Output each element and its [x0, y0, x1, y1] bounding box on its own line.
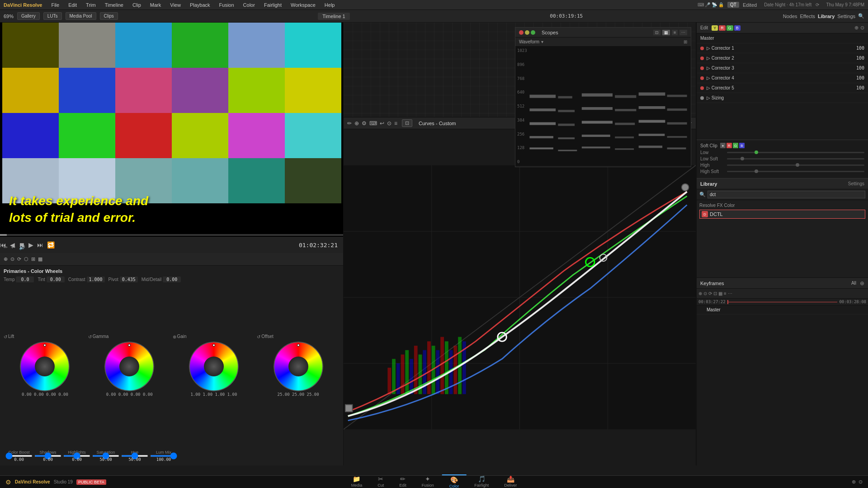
library-btn[interactable]: Library [818, 14, 835, 19]
sc-high-slider[interactable] [727, 164, 864, 166]
menu-mark[interactable]: Mark [148, 1, 163, 9]
menu-color[interactable]: Color [241, 1, 257, 9]
kf-icon-5[interactable]: ▦ [718, 291, 722, 296]
kf-icon-6[interactable]: ≡ [724, 291, 726, 296]
menu-help[interactable]: Help [323, 1, 337, 9]
menu-edit[interactable]: Edit [66, 1, 79, 9]
scope-btn-3[interactable]: ≡ [672, 30, 678, 35]
gallery-btn[interactable]: Gallery [17, 12, 40, 20]
sc-indicator[interactable]: ● [720, 143, 726, 148]
bottom-right-icon1[interactable]: ⊕ [852, 479, 856, 485]
kf-icon-1[interactable]: ⊕ [698, 291, 702, 296]
reset-icon-gamma[interactable]: ↺ [88, 334, 92, 339]
kf-all-btn[interactable]: All [851, 281, 856, 286]
kf-icon-3[interactable]: ⟳ [708, 291, 712, 296]
settings-tab[interactable]: Settings [848, 181, 864, 186]
grade-icon-4[interactable]: ⬡ [24, 256, 28, 262]
fx-item-dctl[interactable]: D DCTL [699, 210, 865, 219]
pencil-icon[interactable]: ✏ [4, 244, 8, 250]
nav-edit[interactable]: ✏ Edit [392, 474, 414, 488]
scope-min-btn[interactable] [525, 30, 529, 35]
menu-workspace[interactable]: Workspace [289, 1, 317, 9]
undo-icon[interactable]: ↩ [11, 244, 15, 250]
menu-view[interactable]: View [168, 1, 183, 9]
scope-close-btn[interactable] [519, 30, 524, 35]
sc-red-btn[interactable]: R [726, 143, 732, 148]
kf-icon-4[interactable]: ⊡ [713, 291, 717, 296]
menu-file[interactable]: File [49, 1, 61, 9]
highlights-slider[interactable] [63, 455, 90, 457]
grade-icon-5[interactable]: ⊞ [31, 256, 35, 262]
saturation-slider[interactable] [92, 455, 119, 457]
grade-icon-3[interactable]: ⟳ [17, 256, 21, 262]
skip-forward-btn[interactable]: ⏭ [37, 241, 43, 249]
nav-fusion[interactable]: ✦ Fusion [415, 474, 441, 488]
hue-slider[interactable] [121, 455, 148, 457]
sc-highsoft-slider[interactable] [727, 171, 864, 172]
btn-b[interactable]: B [734, 25, 741, 31]
kf-icon-7[interactable]: ⋯ [728, 291, 732, 296]
audio-icon[interactable]: 🔊 [19, 244, 25, 250]
settings-btn[interactable]: Settings [837, 14, 855, 19]
sc-green-btn[interactable]: G [733, 143, 738, 148]
gain-expand-icon[interactable]: ⊕ [173, 334, 176, 339]
menu-fairlight[interactable]: Fairlight [262, 1, 283, 9]
grade-icon-2[interactable]: ⊙ [10, 256, 14, 262]
gain-wheel[interactable]: 1.00 1.00 1.00 1.00 [173, 342, 255, 397]
curves-canvas[interactable] [344, 129, 696, 465]
waveform-dropdown-icon[interactable]: ▾ [541, 39, 543, 44]
scope-more-btn[interactable]: ⋯ [679, 30, 687, 35]
media-pool-btn[interactable]: Media Pool [66, 12, 96, 20]
grade-icon-1[interactable]: ⊕ [4, 256, 8, 262]
effects-btn[interactable]: Effects [800, 14, 815, 19]
contrast-value[interactable]: 1.000 [87, 277, 105, 282]
middetail-value[interactable]: 0.00 [163, 277, 181, 282]
nav-color[interactable]: 🎨 Color [442, 474, 467, 488]
nav-media[interactable]: 📁 Media [344, 474, 370, 488]
btn-r[interactable]: R [719, 25, 726, 31]
sc-low-slider[interactable] [727, 152, 864, 153]
luts-btn[interactable]: LUTs [43, 12, 62, 20]
kf-plus-icon[interactable]: ⊕ [860, 280, 864, 286]
bottom-right-icon2[interactable]: ⊙ [859, 479, 863, 485]
color-boost-slider[interactable] [5, 455, 33, 457]
sc-blue-btn[interactable]: B [739, 143, 745, 148]
nav-cut[interactable]: ✂ Cut [370, 474, 391, 488]
shadows-slider[interactable] [34, 455, 61, 457]
search-icon[interactable]: 🔍 [858, 13, 864, 19]
gamma-wheel[interactable]: 0.00 0.00 0.00 0.00 [88, 342, 171, 397]
waveform-settings-icon[interactable]: ⊞ [684, 39, 687, 44]
lummix-slider[interactable] [150, 455, 177, 457]
temp-value[interactable]: 0.0 [16, 277, 34, 282]
nav-deliver[interactable]: 📤 Deliver [497, 474, 524, 488]
scope-btn-2[interactable]: ▦ [662, 30, 670, 35]
menu-timeline[interactable]: Timeline [103, 1, 125, 9]
menu-fusion[interactable]: Fusion [217, 1, 236, 9]
menu-trim[interactable]: Trim [84, 1, 98, 9]
menu-playback[interactable]: Playback [188, 1, 212, 9]
btn-g[interactable]: G [726, 25, 733, 31]
play-btn[interactable]: ▶ [28, 241, 33, 249]
nav-fairlight[interactable]: 🎵 Fairlight [467, 474, 496, 488]
loop-btn[interactable]: 🔁 [47, 241, 55, 249]
grade-icon-6[interactable]: ▦ [38, 256, 42, 262]
library-search-input[interactable] [708, 191, 865, 198]
reset-icon-offset[interactable]: ↺ [257, 334, 260, 339]
reset-icon-lift[interactable]: ↺ [4, 334, 7, 339]
tint-value[interactable]: 0.00 [47, 277, 65, 282]
pivot-value[interactable]: 0.435 [120, 277, 138, 282]
kf-icon-2[interactable]: ⊙ [703, 291, 707, 296]
clips-btn[interactable]: Clips [100, 12, 118, 20]
edit-icon-1[interactable]: ⊕ [854, 25, 859, 31]
scope-max-btn[interactable] [531, 30, 535, 35]
offset-wheel[interactable]: 25.00 25.00 25.00 [257, 342, 340, 397]
beta-badge: PUBLIC BETA [76, 479, 106, 485]
scope-btn-1[interactable]: ⊡ [653, 30, 660, 35]
edit-icon-2[interactable]: ⊙ [860, 25, 864, 31]
btn-y[interactable]: Y [712, 25, 718, 31]
menu-clip[interactable]: Clip [131, 1, 143, 9]
lift-wheel[interactable]: 0.00 0.00 0.00 0.00 [4, 342, 86, 397]
nodes-btn[interactable]: Nodes [783, 14, 797, 19]
sc-lowsoft-slider[interactable] [727, 158, 864, 160]
playhead-bar[interactable] [0, 234, 343, 236]
